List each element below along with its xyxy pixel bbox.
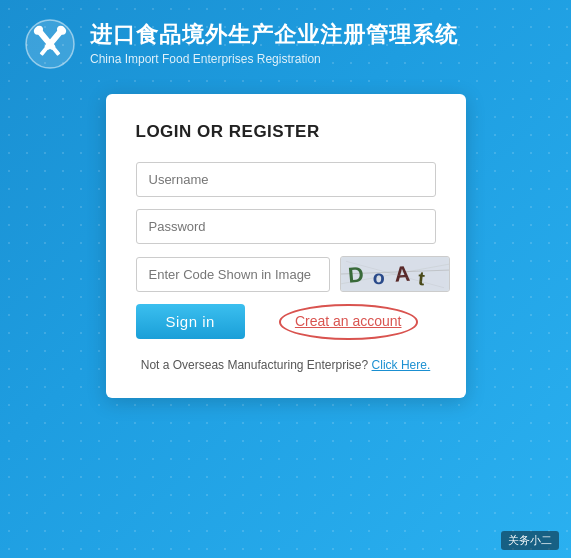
- header: 进口食品境外生产企业注册管理系统 China Import Food Enter…: [0, 0, 571, 84]
- username-input[interactable]: [136, 162, 436, 197]
- footer-text: Not a Overseas Manufacturing Enterprise?…: [136, 358, 436, 372]
- captcha-input[interactable]: [136, 257, 330, 292]
- create-account-wrapper: Creat an account: [261, 304, 436, 340]
- watermark-label: 关务小二: [501, 531, 559, 550]
- username-group: [136, 162, 436, 197]
- password-input[interactable]: [136, 209, 436, 244]
- card-title: LOGIN OR REGISTER: [136, 122, 436, 142]
- svg-text:o: o: [372, 266, 385, 289]
- captcha-row: D o A t: [136, 256, 436, 292]
- captcha-image[interactable]: D o A t: [340, 256, 450, 292]
- header-title-en: China Import Food Enterprises Registrati…: [90, 52, 458, 66]
- watermark: 关务小二: [501, 531, 559, 550]
- create-account-link[interactable]: Creat an account: [279, 304, 418, 340]
- captcha-svg: D o A t: [341, 256, 449, 292]
- logo-icon: [24, 18, 76, 70]
- action-row: Sign in Creat an account: [136, 304, 436, 340]
- header-title-cn: 进口食品境外生产企业注册管理系统: [90, 22, 458, 48]
- header-text: 进口食品境外生产企业注册管理系统 China Import Food Enter…: [90, 22, 458, 65]
- footer-static-text: Not a Overseas Manufacturing Enterprise?: [141, 358, 368, 372]
- svg-text:A: A: [393, 261, 411, 287]
- signin-button[interactable]: Sign in: [136, 304, 245, 339]
- click-here-link[interactable]: Click Here.: [372, 358, 431, 372]
- login-card: LOGIN OR REGISTER D o A t Sign in: [106, 94, 466, 398]
- password-group: [136, 209, 436, 244]
